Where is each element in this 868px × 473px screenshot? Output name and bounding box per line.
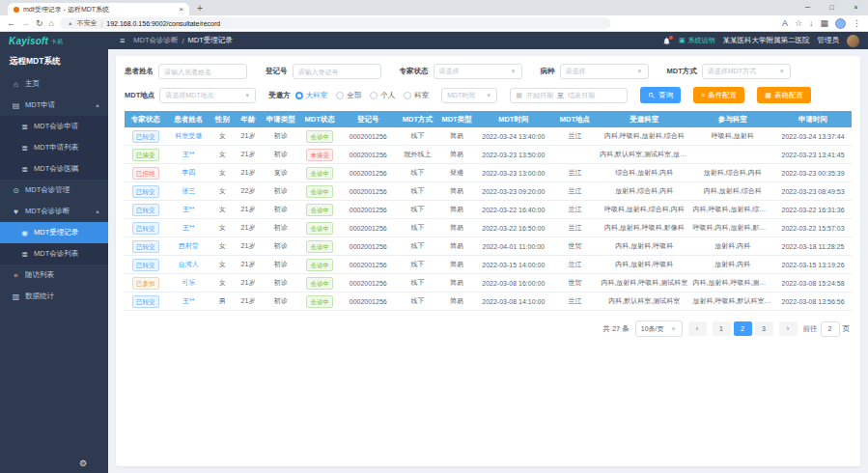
download-icon[interactable]: ↓ xyxy=(809,19,814,28)
chart-icon: ▥ xyxy=(12,292,20,301)
table-row[interactable]: 已转交王**男21岁初诊会诊中0002001256线下简易2022-03-08 … xyxy=(125,292,852,311)
sidebar-item-mdt-apply[interactable]: ▤MDT申请▲ xyxy=(0,95,108,116)
cell-mdt-time: 2022-03-23 09:20:00 xyxy=(475,182,552,201)
cell-join-depts: 放射科,内科 xyxy=(691,256,775,274)
next-page-button[interactable]: › xyxy=(779,321,798,336)
minimize-button[interactable]: ─ xyxy=(796,0,820,15)
browser-menu-icon[interactable]: ⋮ xyxy=(853,19,861,28)
refresh-button[interactable]: ↻ xyxy=(36,19,43,28)
search-button[interactable]: 查询 xyxy=(640,87,681,103)
invitee-radio-0[interactable]: 大科室 xyxy=(295,91,328,100)
settings-gear-icon[interactable]: ⚙ xyxy=(79,459,87,468)
translate-icon[interactable]: A xyxy=(782,19,788,28)
tab-close-icon[interactable]: × xyxy=(179,6,183,14)
filter-disease: 病种 请选择 ▼ xyxy=(541,64,649,79)
sidebar-item-followup[interactable]: «随访列表 xyxy=(0,264,108,286)
mdt-method-select[interactable]: 请选择MDT方式 ▼ xyxy=(702,64,791,79)
sidebar-item-mdt-consult-order[interactable]: ≣MDT会诊医嘱 xyxy=(0,158,108,180)
address-bar[interactable]: ▲ 不安全 | 192.168.0.156:9002/consultate/re… xyxy=(60,17,611,29)
patient-name-link[interactable]: 台湾人 xyxy=(179,261,199,267)
patient-name-link[interactable]: 科室受邀 xyxy=(175,132,202,139)
patient-name-link[interactable]: 王** xyxy=(182,224,194,231)
goto-prefix: 前往 xyxy=(803,324,818,334)
reg-no-input[interactable] xyxy=(293,64,381,79)
extensions-icon[interactable]: ▦ xyxy=(820,19,828,28)
condition-config-button[interactable]: ≡ 条件配置 xyxy=(693,87,744,103)
user-avatar[interactable] xyxy=(847,35,859,47)
submenu-mdt-apply: ≣MDT会诊申请≣MDT申请列表≣MDT会诊医嘱 xyxy=(0,116,108,180)
table-config-button[interactable]: ▦ 表格配置 xyxy=(757,87,811,103)
sidebar-item-mdt-consult-list[interactable]: ≣MDT会诊列表 xyxy=(0,243,108,264)
cell-mdt-method: 线下 xyxy=(397,201,439,219)
table-row[interactable]: 已转交台湾人女21岁初诊会诊中0002001256线下简易2022-03-15 … xyxy=(125,256,852,274)
forward-button[interactable]: → xyxy=(21,19,30,28)
status-badge: 已转交 xyxy=(132,259,159,271)
invitee-radio-2[interactable]: 个人 xyxy=(370,91,395,100)
invitee-radio-1[interactable]: 全部 xyxy=(336,91,361,100)
sidebar-item-mdt-consult-apply[interactable]: ≣MDT会诊申请 xyxy=(0,116,108,137)
cell-mdt-time: 2022-03-22 16:50:00 xyxy=(475,219,552,237)
sidebar-item-home[interactable]: ⌂主页 xyxy=(0,73,108,95)
maximize-button[interactable]: □ xyxy=(820,0,844,15)
patient-name-link[interactable]: 王** xyxy=(182,151,194,157)
back-button[interactable]: ← xyxy=(7,19,15,28)
goto-suffix: 页 xyxy=(843,324,851,334)
cell-name: 西村堂 xyxy=(167,237,210,256)
table-row[interactable]: 已拒绝李四女21岁复诊会诊中0002001256线下疑难2022-03-23 1… xyxy=(125,164,852,182)
sidebar-item-mdt-apply-list[interactable]: ≣MDT申请列表 xyxy=(0,137,108,158)
filter-label: MDT方式 xyxy=(667,67,697,76)
column-header: MDT方式 xyxy=(397,111,439,127)
mdt-time-field-select[interactable]: MDT时间 ▼ xyxy=(441,88,497,103)
table-row[interactable]: 已转交王**女21岁初诊会诊中0002001256线下简易2022-03-22 … xyxy=(125,219,852,237)
page-button-1[interactable]: 1 xyxy=(713,321,731,336)
sidebar-item-stats[interactable]: ▥数据统计 xyxy=(0,286,108,307)
cell-reg-no: 0002001256 xyxy=(340,274,397,292)
table-row[interactable]: 已转交王**女21岁初诊会诊中0002001256线下简易2022-03-22 … xyxy=(125,201,852,219)
patient-name-link[interactable]: 李四 xyxy=(182,169,195,176)
status-badge: 会诊中 xyxy=(306,277,333,290)
mdt-location-select[interactable]: 请选择MDT地点 ▼ xyxy=(159,88,256,103)
home-button[interactable]: ⌂ xyxy=(49,19,54,28)
page-button-2[interactable]: 2 xyxy=(734,321,752,336)
notification-bell-icon[interactable] xyxy=(662,37,671,45)
patient-name-link[interactable]: 张三 xyxy=(182,187,195,194)
cell-apply-time: 2022-03-23 00:35:39 xyxy=(774,164,852,182)
cell-apply-type: 初诊 xyxy=(262,127,299,146)
patient-name-link[interactable]: 王** xyxy=(182,206,194,212)
cell-mdt-type: 疑难 xyxy=(438,164,475,182)
date-range-picker[interactable]: ▦ 开始日期 至 结束日期 xyxy=(510,88,628,103)
breadcrumb-parent[interactable]: MDT会诊诊断 xyxy=(133,36,178,45)
new-tab-button[interactable]: + xyxy=(197,2,203,15)
expert-status-select[interactable]: 请选择 ▼ xyxy=(434,64,522,79)
sidebar-item-mdt-diagnosis[interactable]: ♥MDT会诊诊断▲ xyxy=(0,201,108,222)
invitee-radio-3[interactable]: 科室 xyxy=(404,91,429,100)
table-row[interactable]: 已参加可乐女21岁初诊会诊中0002001256线下简易2022-03-08 1… xyxy=(125,274,852,292)
patient-name-link[interactable]: 可乐 xyxy=(182,279,195,286)
table-row[interactable]: 已转交张三女22岁初诊会诊中0002001256线下简易2022-03-23 0… xyxy=(125,182,852,201)
sidebar-item-mdt-accept-record[interactable]: ◉MDT受理记录 xyxy=(0,222,108,243)
prev-page-button[interactable]: ‹ xyxy=(688,321,707,336)
table-row[interactable]: 已转交科室受邀女21岁初诊会诊中0002001256线下简易2022-03-24… xyxy=(125,127,852,146)
browser-profile-avatar[interactable] xyxy=(835,18,846,29)
browser-tab[interactable]: mdt受理记录 - 远程MDT系统 × xyxy=(8,3,189,15)
cell-location: 兰江 xyxy=(552,292,598,311)
chevron-down-icon: ▼ xyxy=(637,69,643,74)
disease-select[interactable]: 请选择 ▼ xyxy=(560,64,649,79)
favorites-star-icon[interactable]: ☆ xyxy=(795,19,802,28)
table-row[interactable]: 已接受王**女21岁初诊未接受0002001256院外线上简易2022-03-2… xyxy=(125,146,852,164)
sidebar-item-mdt-manage[interactable]: ⊙MDT会诊管理 xyxy=(0,180,108,201)
table-row[interactable]: 已转交西村堂女21岁初诊会诊中0002001256线下简易2022-04-01 … xyxy=(125,237,852,256)
cell-invited-depts: 内科,放射科,呼吸科 xyxy=(598,256,690,274)
patient-name-link[interactable]: 西村堂 xyxy=(179,242,199,249)
page-size-select[interactable]: 10条/页 ▼ xyxy=(635,320,683,337)
patient-name-input[interactable] xyxy=(158,64,247,79)
close-button[interactable]: × xyxy=(844,0,868,15)
collapse-menu-icon[interactable]: ≡ xyxy=(120,36,125,45)
system-help-link[interactable]: ▣ 系统说明 xyxy=(679,36,715,45)
patient-name-link[interactable]: 王** xyxy=(182,297,194,304)
page-button-3[interactable]: 3 xyxy=(755,321,773,336)
security-warning-icon: ▲ xyxy=(68,20,72,26)
status-badge: 会诊中 xyxy=(306,167,333,180)
header-actions: ▣ 系统说明 某某医科大学附属第二医院 管理员 xyxy=(662,35,868,47)
goto-page-input[interactable] xyxy=(821,321,840,337)
